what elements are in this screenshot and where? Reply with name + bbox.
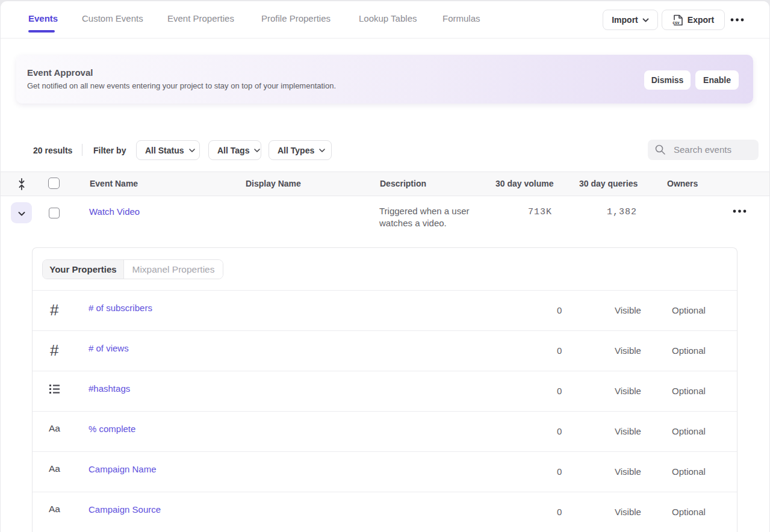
svg-text:csv: csv — [672, 20, 680, 25]
